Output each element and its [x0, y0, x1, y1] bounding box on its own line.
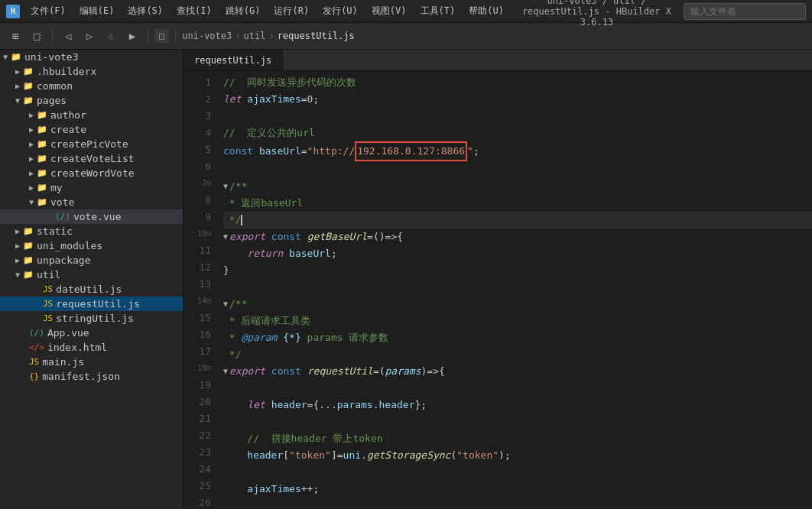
- app-logo: H: [6, 5, 20, 18]
- code-token: header: [271, 397, 307, 413]
- code-token: @param: [241, 329, 277, 346]
- code-token: params: [337, 397, 373, 413]
- fold-arrow[interactable]: ▼: [223, 363, 228, 380]
- line-number: 2: [184, 91, 211, 108]
- breadcrumb-folder[interactable]: util: [244, 31, 266, 41]
- line-number: 24: [184, 461, 211, 478]
- toolbar-forward[interactable]: ▷: [80, 27, 99, 45]
- sidebar-item-author[interactable]: ▶ 📁 author: [0, 108, 183, 122]
- tree-label: createVoteList: [50, 153, 135, 164]
- code-line-24: [223, 464, 812, 481]
- tree-label: create: [50, 124, 86, 135]
- editor-tab-requestUtil[interactable]: requestUtil.js: [184, 50, 283, 70]
- fold-arrow[interactable]: ▼: [223, 178, 228, 195]
- folder-icon: 📁: [37, 197, 47, 207]
- sidebar-item-createWordVote[interactable]: ▶ 📁 createWordVote: [0, 166, 183, 180]
- sidebar-item-requestUtil[interactable]: JS requestUtil.js: [0, 297, 183, 311]
- file-search-input[interactable]: [684, 3, 806, 20]
- sidebar-item-manifest-json[interactable]: {} manifest.json: [0, 369, 183, 384]
- arrow-icon: ▶: [29, 169, 34, 177]
- toolbar-back[interactable]: ◁: [59, 27, 77, 45]
- code-token: header: [379, 397, 415, 413]
- menu-tools[interactable]: 工具(T): [414, 3, 462, 19]
- menu-jump[interactable]: 跳转(G): [219, 3, 267, 19]
- fold-arrow[interactable]: ▼: [223, 296, 228, 313]
- code-line-15: * 后端请求工具类: [223, 313, 812, 329]
- menu-run[interactable]: 运行(R): [268, 3, 315, 19]
- code-token: /**: [229, 178, 247, 195]
- sidebar-item-uni-modules[interactable]: ▶ 📁 uni_modules: [0, 238, 183, 253]
- code-content[interactable]: // 同时发送异步代码的次数 let ajaxTimes=0; // 定义公共的…: [220, 71, 812, 509]
- sidebar-item-common[interactable]: ▶ 📁 common: [0, 79, 183, 93]
- fold-arrow[interactable]: ▼: [223, 229, 228, 245]
- tree-label: vote: [50, 196, 74, 208]
- sidebar-item-create[interactable]: ▶ 📁 create: [0, 122, 183, 137]
- code-token: */: [223, 346, 241, 363]
- line-number: 4: [184, 125, 211, 141]
- sidebar-item-stringUtil[interactable]: JS stringUtil.js: [0, 311, 183, 326]
- breadcrumb-root[interactable]: uni-vote3: [182, 31, 232, 41]
- menu-edit[interactable]: 编辑(E): [73, 3, 121, 19]
- code-token: uni: [343, 447, 361, 464]
- tree-label: App.vue: [47, 327, 89, 339]
- menu-view[interactable]: 视图(V): [365, 3, 413, 19]
- line-number: 5: [184, 141, 211, 158]
- toolbar-favorite[interactable]: ☆: [102, 27, 120, 45]
- vue-file-icon: ⟨/⟩: [55, 212, 70, 222]
- code-line-3: [223, 108, 812, 125]
- menu-search[interactable]: 查找(I): [171, 3, 218, 19]
- sidebar-item-pages[interactable]: ▼ 📁 pages: [0, 93, 183, 108]
- line-number: 8: [184, 192, 211, 209]
- sidebar-item-main-js[interactable]: JS main.js: [0, 355, 183, 369]
- editor-content[interactable]: 1 2 3 4 5 6 7⊟ 8 9 10⊟ 11 12 13 14⊟ 15 1…: [184, 71, 812, 509]
- code-token: let: [223, 91, 247, 108]
- sidebar-item-vote-vue[interactable]: ⟨/⟩ vote.vue: [0, 209, 183, 224]
- sidebar-item-createVoteList[interactable]: ▶ 📁 createVoteList: [0, 151, 183, 166]
- sidebar-item-unpackage[interactable]: ▶ 📁 unpackage: [0, 253, 183, 267]
- toolbar-new[interactable]: ⊞: [6, 27, 24, 45]
- menu-help[interactable]: 帮助(U): [463, 3, 510, 19]
- line-number: 9: [184, 209, 211, 225]
- menu-bar[interactable]: 文件(F) 编辑(E) 选择(S) 查找(I) 跳转(G) 运行(R) 发行(U…: [24, 3, 510, 19]
- code-token: };: [415, 397, 427, 413]
- code-line-14: ▼/**: [223, 296, 812, 313]
- menu-select[interactable]: 选择(S): [122, 3, 169, 19]
- code-token: */: [223, 212, 241, 229]
- line-number: 21: [184, 410, 211, 427]
- line-number: 16: [184, 326, 211, 343]
- menu-publish[interactable]: 发行(U): [317, 3, 364, 19]
- tree-label: pages: [37, 95, 67, 106]
- toolbar-run[interactable]: ▶: [123, 27, 141, 45]
- menu-file[interactable]: 文件(F): [24, 3, 72, 19]
- code-token: let: [247, 397, 271, 413]
- code-line-19: [223, 380, 812, 397]
- titlebar: H 文件(F) 编辑(E) 选择(S) 查找(I) 跳转(G) 运行(R) 发行…: [0, 0, 812, 23]
- code-line-17: */: [223, 346, 812, 363]
- line-number: 26: [184, 494, 211, 509]
- root-folder-icon: 📁: [11, 52, 21, 62]
- breadcrumb-file[interactable]: requestUtil.js: [278, 31, 355, 41]
- code-token: =: [301, 143, 307, 160]
- arrow-icon: ▶: [15, 227, 20, 235]
- sidebar-item-util[interactable]: ▼ 📁 util: [0, 267, 183, 282]
- code-line-20: let header={...params.header};: [223, 397, 812, 413]
- code-token: ;: [331, 245, 337, 262]
- arrow-icon: ▶: [15, 67, 20, 76]
- code-token: baseUrl: [289, 245, 331, 262]
- sidebar-item-app-vue[interactable]: ⟨/⟩ App.vue: [0, 326, 183, 340]
- line-number: 22: [184, 427, 211, 444]
- sidebar-item-dateUtil[interactable]: JS dateUtil.js: [0, 282, 183, 297]
- sidebar-item-createPicVote[interactable]: ▶ 📁 createPicVote: [0, 137, 183, 151]
- code-token: "http://: [307, 143, 356, 160]
- tree-label: requestUtil.js: [56, 298, 140, 310]
- sidebar-item-static[interactable]: ▶ 📁 static: [0, 224, 183, 238]
- tree-label: static: [37, 225, 73, 237]
- sidebar-item-hbuilderx[interactable]: ▶ 📁 .hbuilderx: [0, 64, 183, 79]
- line-number: 12: [184, 259, 211, 276]
- code-token: [223, 397, 247, 413]
- tree-root[interactable]: ▼ 📁 uni-vote3: [0, 50, 183, 64]
- sidebar-item-index-html[interactable]: </> index.html: [0, 340, 183, 355]
- toolbar-save[interactable]: □: [28, 27, 46, 45]
- sidebar-item-vote[interactable]: ▼ 📁 vote: [0, 195, 183, 209]
- sidebar-item-my[interactable]: ▶ 📁 my: [0, 180, 183, 195]
